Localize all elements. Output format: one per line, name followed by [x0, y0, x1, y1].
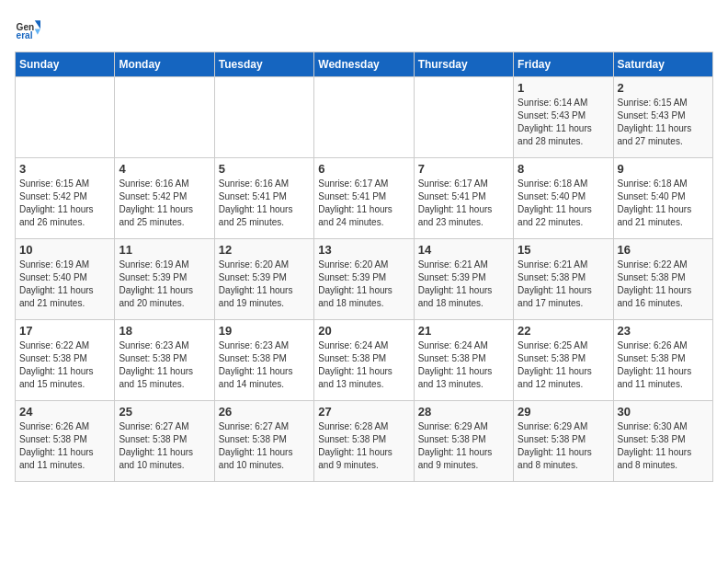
day-number: 25	[119, 405, 210, 419]
col-header-sunday: Sunday	[16, 52, 115, 77]
day-info: Sunrise: 6:23 AM Sunset: 5:38 PM Dayligh…	[219, 339, 310, 391]
day-info: Sunrise: 6:17 AM Sunset: 5:41 PM Dayligh…	[418, 178, 509, 229]
day-cell: 6Sunrise: 6:17 AM Sunset: 5:41 PM Daylig…	[314, 158, 414, 239]
day-cell: 1Sunrise: 6:14 AM Sunset: 5:43 PM Daylig…	[514, 77, 613, 158]
day-cell: 5Sunrise: 6:16 AM Sunset: 5:41 PM Daylig…	[214, 158, 313, 239]
day-number: 23	[618, 324, 709, 338]
col-header-thursday: Thursday	[414, 52, 513, 77]
day-number: 2	[618, 81, 709, 95]
day-cell: 7Sunrise: 6:17 AM Sunset: 5:41 PM Daylig…	[414, 158, 513, 239]
col-header-tuesday: Tuesday	[214, 52, 313, 77]
day-info: Sunrise: 6:22 AM Sunset: 5:38 PM Dayligh…	[618, 259, 709, 310]
day-cell: 14Sunrise: 6:21 AM Sunset: 5:39 PM Dayli…	[414, 239, 513, 320]
day-info: Sunrise: 6:24 AM Sunset: 5:38 PM Dayligh…	[318, 339, 409, 391]
day-number: 15	[518, 243, 609, 257]
day-cell	[115, 77, 214, 158]
day-info: Sunrise: 6:16 AM Sunset: 5:42 PM Dayligh…	[119, 178, 210, 229]
day-info: Sunrise: 6:17 AM Sunset: 5:41 PM Dayligh…	[318, 178, 409, 229]
day-cell: 12Sunrise: 6:20 AM Sunset: 5:39 PM Dayli…	[214, 239, 313, 320]
day-number: 28	[418, 405, 509, 419]
day-cell	[16, 77, 115, 158]
day-number: 11	[119, 243, 210, 257]
day-cell: 8Sunrise: 6:18 AM Sunset: 5:40 PM Daylig…	[514, 158, 613, 239]
header-row: SundayMondayTuesdayWednesdayThursdayFrid…	[16, 52, 713, 77]
svg-marker-3	[35, 29, 40, 35]
day-info: Sunrise: 6:30 AM Sunset: 5:38 PM Dayligh…	[618, 420, 709, 472]
day-cell: 30Sunrise: 6:30 AM Sunset: 5:38 PM Dayli…	[613, 401, 712, 482]
day-info: Sunrise: 6:28 AM Sunset: 5:38 PM Dayligh…	[318, 420, 409, 472]
day-cell: 3Sunrise: 6:15 AM Sunset: 5:42 PM Daylig…	[16, 158, 115, 239]
day-info: Sunrise: 6:19 AM Sunset: 5:39 PM Dayligh…	[119, 259, 210, 310]
day-number: 8	[518, 162, 609, 176]
day-cell: 29Sunrise: 6:29 AM Sunset: 5:38 PM Dayli…	[514, 401, 613, 482]
day-cell: 22Sunrise: 6:25 AM Sunset: 5:38 PM Dayli…	[514, 320, 613, 401]
day-number: 27	[318, 405, 409, 419]
day-number: 18	[119, 324, 210, 338]
day-number: 29	[518, 405, 609, 419]
svg-text:eral: eral	[17, 30, 33, 40]
day-cell: 20Sunrise: 6:24 AM Sunset: 5:38 PM Dayli…	[314, 320, 414, 401]
day-number: 21	[418, 324, 509, 338]
day-info: Sunrise: 6:16 AM Sunset: 5:41 PM Dayligh…	[219, 178, 310, 229]
day-cell: 28Sunrise: 6:29 AM Sunset: 5:38 PM Dayli…	[414, 401, 513, 482]
day-number: 30	[618, 405, 709, 419]
day-cell: 11Sunrise: 6:19 AM Sunset: 5:39 PM Dayli…	[115, 239, 214, 320]
calendar-table: SundayMondayTuesdayWednesdayThursdayFrid…	[15, 52, 713, 482]
col-header-wednesday: Wednesday	[314, 52, 414, 77]
day-info: Sunrise: 6:26 AM Sunset: 5:38 PM Dayligh…	[618, 339, 709, 391]
day-cell: 2Sunrise: 6:15 AM Sunset: 5:43 PM Daylig…	[613, 77, 712, 158]
day-number: 14	[418, 243, 509, 257]
logo-icon: Gen eral	[15, 15, 40, 40]
day-cell: 15Sunrise: 6:21 AM Sunset: 5:38 PM Dayli…	[514, 239, 613, 320]
col-header-friday: Friday	[514, 52, 613, 77]
day-info: Sunrise: 6:15 AM Sunset: 5:42 PM Dayligh…	[19, 178, 110, 229]
day-info: Sunrise: 6:22 AM Sunset: 5:38 PM Dayligh…	[19, 339, 110, 391]
day-info: Sunrise: 6:18 AM Sunset: 5:40 PM Dayligh…	[618, 178, 709, 229]
day-info: Sunrise: 6:27 AM Sunset: 5:38 PM Dayligh…	[119, 420, 210, 472]
day-number: 19	[219, 324, 310, 338]
day-info: Sunrise: 6:29 AM Sunset: 5:38 PM Dayligh…	[518, 420, 609, 472]
day-number: 3	[19, 162, 110, 176]
day-cell: 10Sunrise: 6:19 AM Sunset: 5:40 PM Dayli…	[16, 239, 115, 320]
day-info: Sunrise: 6:19 AM Sunset: 5:40 PM Dayligh…	[19, 259, 110, 310]
logo: Gen eral	[15, 15, 44, 40]
day-cell: 4Sunrise: 6:16 AM Sunset: 5:42 PM Daylig…	[115, 158, 214, 239]
day-cell: 9Sunrise: 6:18 AM Sunset: 5:40 PM Daylig…	[613, 158, 712, 239]
day-cell: 26Sunrise: 6:27 AM Sunset: 5:38 PM Dayli…	[214, 401, 313, 482]
day-number: 4	[119, 162, 210, 176]
day-number: 1	[518, 81, 609, 95]
day-info: Sunrise: 6:21 AM Sunset: 5:39 PM Dayligh…	[418, 259, 509, 310]
day-cell: 25Sunrise: 6:27 AM Sunset: 5:38 PM Dayli…	[115, 401, 214, 482]
week-row-4: 17Sunrise: 6:22 AM Sunset: 5:38 PM Dayli…	[16, 320, 713, 401]
week-row-3: 10Sunrise: 6:19 AM Sunset: 5:40 PM Dayli…	[16, 239, 713, 320]
day-number: 13	[318, 243, 409, 257]
day-info: Sunrise: 6:24 AM Sunset: 5:38 PM Dayligh…	[418, 339, 509, 391]
day-number: 20	[318, 324, 409, 338]
day-number: 26	[219, 405, 310, 419]
page-header: Gen eral	[15, 15, 713, 40]
day-info: Sunrise: 6:20 AM Sunset: 5:39 PM Dayligh…	[219, 259, 310, 310]
day-cell: 23Sunrise: 6:26 AM Sunset: 5:38 PM Dayli…	[613, 320, 712, 401]
svg-marker-2	[35, 20, 40, 29]
day-cell: 18Sunrise: 6:23 AM Sunset: 5:38 PM Dayli…	[115, 320, 214, 401]
day-number: 9	[618, 162, 709, 176]
day-info: Sunrise: 6:27 AM Sunset: 5:38 PM Dayligh…	[219, 420, 310, 472]
day-number: 12	[219, 243, 310, 257]
day-info: Sunrise: 6:20 AM Sunset: 5:39 PM Dayligh…	[318, 259, 409, 310]
day-number: 5	[219, 162, 310, 176]
day-info: Sunrise: 6:18 AM Sunset: 5:40 PM Dayligh…	[518, 178, 609, 229]
day-number: 24	[19, 405, 110, 419]
day-cell: 21Sunrise: 6:24 AM Sunset: 5:38 PM Dayli…	[414, 320, 513, 401]
col-header-monday: Monday	[115, 52, 214, 77]
day-info: Sunrise: 6:25 AM Sunset: 5:38 PM Dayligh…	[518, 339, 609, 391]
day-info: Sunrise: 6:14 AM Sunset: 5:43 PM Dayligh…	[518, 97, 609, 148]
day-cell: 13Sunrise: 6:20 AM Sunset: 5:39 PM Dayli…	[314, 239, 414, 320]
day-info: Sunrise: 6:29 AM Sunset: 5:38 PM Dayligh…	[418, 420, 509, 472]
day-info: Sunrise: 6:15 AM Sunset: 5:43 PM Dayligh…	[618, 97, 709, 148]
day-number: 7	[418, 162, 509, 176]
day-cell	[414, 77, 513, 158]
day-cell: 16Sunrise: 6:22 AM Sunset: 5:38 PM Dayli…	[613, 239, 712, 320]
week-row-1: 1Sunrise: 6:14 AM Sunset: 5:43 PM Daylig…	[16, 77, 713, 158]
day-number: 22	[518, 324, 609, 338]
week-row-2: 3Sunrise: 6:15 AM Sunset: 5:42 PM Daylig…	[16, 158, 713, 239]
